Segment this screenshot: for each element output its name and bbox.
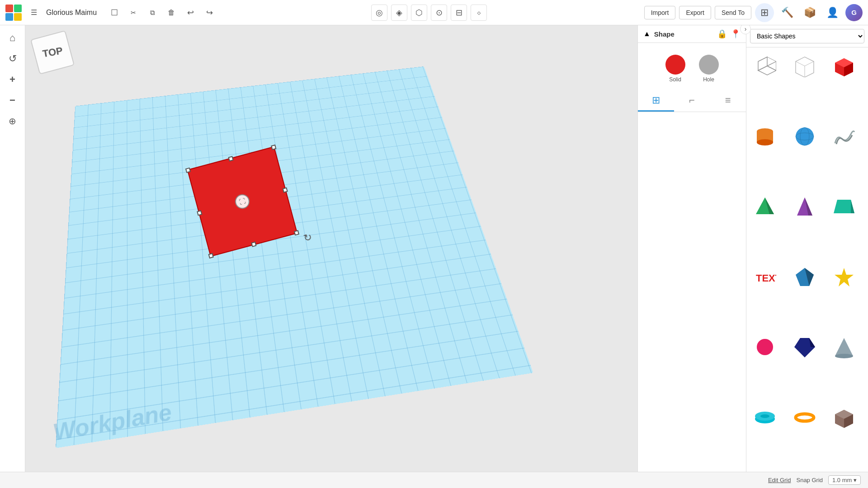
shapes-lib-panel: › Basic Shapes xyxy=(746,25,868,472)
shape-pin-button[interactable]: 📍 xyxy=(731,29,741,39)
center-tools: ◎ ◈ ⬡ ⊙ ⊟ ⬦ xyxy=(371,5,487,21)
user-avatar[interactable]: G xyxy=(845,4,863,21)
hole-type[interactable]: Hole xyxy=(699,55,719,83)
svg-point-35 xyxy=(760,414,769,418)
zoom-in-button[interactable]: + xyxy=(4,70,22,89)
undo-button[interactable]: ↩ xyxy=(182,4,199,21)
handle-tm[interactable] xyxy=(228,156,234,161)
rotate-button[interactable]: ↺ xyxy=(4,50,22,68)
hole-label: Hole xyxy=(703,76,714,83)
shape-item-sphere[interactable] xyxy=(789,121,821,152)
more-button[interactable]: ⊕ xyxy=(4,112,22,130)
shape-header: ▲ Shape 🔒 📍 xyxy=(638,25,746,43)
handle-tl[interactable] xyxy=(185,168,191,173)
shapes-grid: TEXT xyxy=(746,47,868,472)
canvas-area[interactable]: Workplane TOP ⛶ ↻ xyxy=(25,25,637,472)
svg-marker-2 xyxy=(767,61,776,70)
shape-item-torus-orange[interactable] xyxy=(789,402,821,433)
handle-ml[interactable] xyxy=(197,210,202,216)
align-tool-button[interactable]: ⊟ xyxy=(451,5,467,21)
shape-item-cylinder[interactable] xyxy=(749,121,781,152)
svg-line-6 xyxy=(796,61,805,66)
geoloc-tool-button[interactable]: ◈ xyxy=(391,5,407,21)
snap-tool-button[interactable]: ◎ xyxy=(371,5,387,21)
logo-icon xyxy=(5,5,22,21)
svg-marker-31 xyxy=(835,338,853,356)
cut-button[interactable]: ✂ xyxy=(125,4,142,21)
toolbar-icons: ☐ ✂ ⧉ 🗑 ↩ ↪ xyxy=(106,4,218,21)
view-indicator: TOP xyxy=(30,30,75,75)
bottombar: Edit Grid Snap Grid 1.0 mm ▾ xyxy=(0,472,868,488)
svg-point-28 xyxy=(757,339,773,355)
shape-item-pyramid-green[interactable] xyxy=(749,191,781,222)
mirror-tool-button[interactable]: ⬦ xyxy=(471,5,487,21)
zoom-out-button[interactable]: − xyxy=(4,91,22,109)
workplane xyxy=(56,66,533,448)
solid-label: Solid xyxy=(669,76,681,83)
shape-collapse-button[interactable]: ▲ xyxy=(643,30,651,38)
right-container: ▲ Shape 🔒 📍 Solid Hole ⊞ ⌐ ≡ xyxy=(637,25,868,472)
topbar: ☰ Glorious Maimu ☐ ✂ ⧉ 🗑 ↩ ↪ ◎ ◈ ⬡ ⊙ ⊟ ⬦… xyxy=(0,0,868,25)
new-button[interactable]: ☐ xyxy=(106,4,123,21)
hole-circle xyxy=(699,55,719,75)
grid-view-button[interactable]: ⊞ xyxy=(755,3,774,22)
delete-button[interactable]: 🗑 xyxy=(163,4,180,21)
shape-item-box-wire[interactable] xyxy=(749,50,781,82)
logo-block: ☰ Glorious Maimu xyxy=(5,4,97,21)
edit-grid-button[interactable]: Edit Grid xyxy=(768,477,791,483)
menu-button[interactable]: ☰ xyxy=(25,4,42,21)
svg-line-4 xyxy=(767,57,776,61)
duplicate-button[interactable]: ⧉ xyxy=(144,4,161,21)
svg-marker-29 xyxy=(794,338,815,357)
panel-tabs: ⊞ ⌐ ≡ xyxy=(638,90,746,112)
shape-types: Solid Hole xyxy=(638,47,746,90)
shape-item-pyramid-purple[interactable] xyxy=(789,191,821,222)
topbar-right: Import Export Send To ⊞ 🔨 📦 👤 G xyxy=(644,3,863,22)
export-button[interactable]: Export xyxy=(679,6,711,19)
shape-item-cone-gray[interactable] xyxy=(828,331,860,363)
shape-item-prism-teal[interactable] xyxy=(828,191,860,222)
svg-marker-27 xyxy=(835,268,854,286)
shape-item-box-wire2[interactable] xyxy=(789,50,821,82)
select-tool-button[interactable]: ⬡ xyxy=(411,5,427,21)
tab-notes[interactable]: ≡ xyxy=(710,90,746,112)
tools-button[interactable]: 🔨 xyxy=(778,3,797,22)
shape-item-gem-blue[interactable] xyxy=(789,261,821,293)
solid-type[interactable]: Solid xyxy=(665,55,685,83)
logo-sq-yellow xyxy=(14,13,22,21)
logo-sq-red xyxy=(5,5,13,12)
measure-tool-button[interactable]: ⊙ xyxy=(431,5,447,21)
shape-lock-button[interactable]: 🔒 xyxy=(717,29,727,39)
import-button[interactable]: Import xyxy=(644,6,676,19)
shapes-button[interactable]: 📦 xyxy=(800,3,819,22)
shape-item-blob-magenta[interactable] xyxy=(749,331,781,363)
svg-point-14 xyxy=(757,139,773,145)
shapes-dropdown[interactable]: Basic Shapes xyxy=(750,29,864,43)
svg-point-15 xyxy=(796,127,814,145)
shape-title: Shape xyxy=(654,30,713,38)
redo-button[interactable]: ↪ xyxy=(201,4,218,21)
svg-point-36 xyxy=(796,414,814,421)
move-icon[interactable]: ⛶ xyxy=(233,192,251,210)
shape-item-box-solid[interactable] xyxy=(828,50,860,82)
home-button[interactable]: ⌂ xyxy=(4,29,22,47)
tab-angle[interactable]: ⌐ xyxy=(674,90,710,112)
svg-marker-23 xyxy=(851,200,854,213)
shape-item-star-yellow[interactable] xyxy=(828,261,860,293)
app-title: Glorious Maimu xyxy=(46,9,97,17)
tab-grid[interactable]: ⊞ xyxy=(638,90,674,112)
shape-item-box-brown[interactable] xyxy=(828,402,860,433)
workplane-grid xyxy=(56,66,533,448)
add-user-button[interactable]: 👤 xyxy=(823,3,842,22)
svg-text:TEXT: TEXT xyxy=(756,272,776,284)
shape-item-text-red[interactable]: TEXT xyxy=(749,261,781,293)
shape-item-gem-navy[interactable] xyxy=(789,331,821,363)
logo-sq-green xyxy=(14,5,22,12)
shape-item-disc-cyan[interactable] xyxy=(749,402,781,433)
snap-grid-label: Snap Grid xyxy=(796,477,823,483)
send-to-button[interactable]: Send To xyxy=(715,6,751,19)
shape-item-spiral[interactable] xyxy=(828,121,860,152)
snap-grid-value[interactable]: 1.0 mm ▾ xyxy=(828,475,861,485)
view-label: TOP xyxy=(42,45,64,60)
logo-sq-blue xyxy=(5,13,13,21)
